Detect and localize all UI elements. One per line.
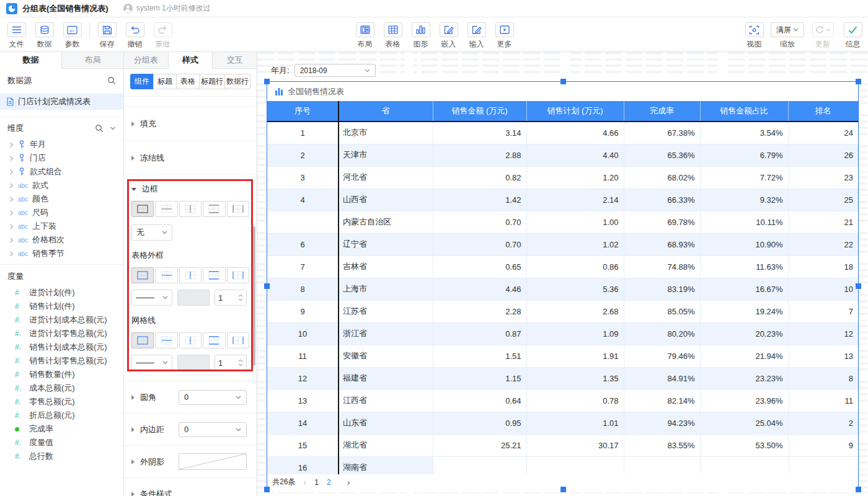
view-button[interactable]: 视图 bbox=[740, 22, 768, 50]
more-button[interactable]: 更多 bbox=[490, 22, 518, 50]
stepper-arrows-icon[interactable] bbox=[238, 359, 243, 366]
measure-item[interactable]: #. 度量值 bbox=[0, 436, 123, 450]
expand-chevron-icon[interactable] bbox=[9, 210, 14, 216]
data-button[interactable]: 数据 bbox=[30, 22, 58, 50]
expand-chevron-icon[interactable] bbox=[9, 197, 14, 202]
outer-inner-h-button[interactable] bbox=[155, 267, 177, 283]
padding-header[interactable]: 内边距 bbox=[131, 424, 164, 435]
measure-item[interactable]: 完成率 bbox=[0, 422, 123, 436]
measure-item[interactable]: #. 销售计划成本总额(元) bbox=[0, 340, 123, 354]
panel-tab[interactable]: 样式 bbox=[169, 52, 213, 69]
measure-item[interactable]: #. 折后总额(元) bbox=[0, 409, 123, 422]
style-subtab[interactable]: 表格 bbox=[176, 74, 200, 89]
redo-button[interactable]: 重做 bbox=[149, 22, 177, 50]
resize-handle-mid-left[interactable] bbox=[264, 283, 270, 289]
table-widget[interactable]: 全国销售情况表 序号 省 销售金额 (万元) 销售计划 (万元) 完成率 销售金… bbox=[267, 81, 859, 490]
measure-item[interactable]: #. 销售计划零售总额(元) bbox=[0, 354, 123, 368]
resize-handle-bottom-left[interactable] bbox=[264, 487, 270, 492]
dimension-item[interactable]: abc 颜色 bbox=[0, 192, 123, 206]
stepper-arrows-icon[interactable] bbox=[238, 294, 243, 301]
grid-line-style-select[interactable] bbox=[131, 355, 172, 371]
border-left-right-button[interactable] bbox=[227, 201, 249, 217]
expand-chevron-icon[interactable] bbox=[9, 142, 14, 148]
grid-color-swatch[interactable] bbox=[177, 355, 210, 371]
next-page-arrow[interactable]: › bbox=[347, 477, 350, 487]
dimension-item[interactable]: abc 价格档次 bbox=[0, 233, 123, 247]
border-inner-v-button[interactable] bbox=[179, 201, 202, 217]
measure-item[interactable]: # 销售数量(件) bbox=[0, 368, 123, 381]
expand-chevron-icon[interactable] bbox=[9, 183, 14, 188]
measure-item[interactable]: # 销售计划(件) bbox=[0, 299, 123, 313]
border-all-button[interactable] bbox=[131, 201, 154, 217]
grid-inner-h-button[interactable] bbox=[155, 332, 177, 348]
grid-top-bottom-button[interactable] bbox=[203, 332, 225, 348]
panel-tab[interactable]: 布局 bbox=[62, 52, 124, 69]
page-number[interactable]: 1 bbox=[314, 478, 319, 487]
measure-item[interactable]: # 进货计划(件) bbox=[0, 286, 123, 299]
prev-page-arrow[interactable]: ‹ bbox=[303, 477, 306, 487]
border-style-select[interactable]: 无 bbox=[131, 224, 172, 241]
dimension-item[interactable]: 年月 bbox=[0, 138, 123, 151]
shadow-none-box[interactable] bbox=[179, 453, 247, 470]
update-button[interactable]: 更新 bbox=[807, 22, 839, 50]
outer-top-bottom-button[interactable] bbox=[203, 267, 225, 283]
expand-chevron-icon[interactable] bbox=[9, 237, 14, 243]
save-button[interactable]: 保存 bbox=[93, 22, 121, 50]
expand-chevron-icon[interactable] bbox=[9, 224, 14, 229]
dimension-item[interactable]: abc 款式 bbox=[0, 179, 123, 192]
dimension-item[interactable]: abc 销售季节 bbox=[0, 247, 123, 260]
page-number[interactable]: 2 bbox=[327, 478, 331, 487]
year-month-select[interactable]: 2018-09 bbox=[294, 64, 376, 77]
resize-handle-mid-right[interactable] bbox=[856, 283, 861, 289]
outer-inner-v-button[interactable] bbox=[179, 267, 202, 283]
radius-header[interactable]: 圆角 bbox=[131, 392, 156, 403]
undo-button[interactable]: 撤销 bbox=[121, 22, 149, 50]
dimension-item[interactable]: 款式组合 bbox=[0, 165, 123, 179]
section-freeze-line[interactable]: 冻结线 bbox=[124, 141, 257, 175]
panel-tab[interactable]: 数据 bbox=[0, 52, 62, 69]
measure-item[interactable]: #. 总行数 bbox=[0, 450, 123, 463]
outer-color-swatch[interactable] bbox=[177, 290, 210, 306]
datasource-item[interactable]: 门店计划完成情况表 bbox=[0, 94, 123, 110]
zoom-dropdown[interactable]: 满屏 缩放 bbox=[768, 22, 807, 50]
shadow-header[interactable]: 外阴影 bbox=[131, 456, 164, 467]
measure-item[interactable]: #. 零售总额(元) bbox=[0, 395, 123, 409]
resize-handle-top-left[interactable] bbox=[264, 79, 270, 84]
border-inner-h-button[interactable] bbox=[155, 201, 177, 217]
measure-item[interactable]: #. 成本总额(元) bbox=[0, 381, 123, 395]
section-fill[interactable]: 填充 bbox=[124, 107, 257, 141]
parameter-button[interactable]: x= 参数 bbox=[58, 22, 86, 50]
style-subtab[interactable]: 标题 bbox=[153, 74, 177, 89]
chart-button[interactable]: 图形 bbox=[407, 22, 435, 50]
info-button[interactable]: 信息 bbox=[839, 22, 867, 50]
expand-chevron-icon[interactable] bbox=[9, 156, 14, 161]
table-button[interactable]: 表格 bbox=[379, 22, 407, 50]
file-button[interactable]: 文件 bbox=[2, 22, 30, 50]
border-top-bottom-button[interactable] bbox=[203, 201, 225, 217]
dimension-item[interactable]: 门店 bbox=[0, 151, 123, 165]
grid-all-button[interactable] bbox=[131, 332, 154, 348]
input-button[interactable]: 输入 bbox=[463, 22, 490, 50]
expand-chevron-icon[interactable] bbox=[9, 169, 14, 175]
panel-tab[interactable]: 分组表 bbox=[124, 52, 169, 69]
search-icon[interactable] bbox=[107, 76, 116, 85]
style-subtab[interactable]: 标题行 bbox=[199, 74, 225, 89]
resize-handle-top-right[interactable] bbox=[856, 79, 861, 84]
conditional-header[interactable]: 条件样式 bbox=[131, 489, 172, 496]
outer-line-style-select[interactable] bbox=[131, 290, 172, 306]
radius-select[interactable]: 0 bbox=[179, 390, 247, 405]
border-section-header[interactable]: 边框 bbox=[131, 184, 249, 195]
style-subtab[interactable]: 数据行 bbox=[224, 74, 250, 89]
embed-button[interactable]: 嵌入 bbox=[435, 22, 463, 50]
resize-handle-top-center[interactable] bbox=[560, 79, 566, 84]
grid-width-stepper[interactable]: 1 bbox=[215, 355, 247, 371]
outer-all-button[interactable] bbox=[131, 267, 154, 283]
panel-tab[interactable]: 交互 bbox=[213, 52, 257, 69]
resize-handle-bottom-center[interactable] bbox=[560, 487, 566, 492]
grid-left-right-button[interactable] bbox=[227, 332, 249, 348]
dimension-item[interactable]: abc 上下装 bbox=[0, 219, 123, 233]
style-subtab[interactable]: 组件 bbox=[130, 74, 154, 89]
resize-handle-bottom-right[interactable] bbox=[856, 487, 861, 492]
expand-chevron-icon[interactable] bbox=[9, 251, 14, 257]
measure-item[interactable]: #. 进货计划零售总额(元) bbox=[0, 327, 123, 340]
